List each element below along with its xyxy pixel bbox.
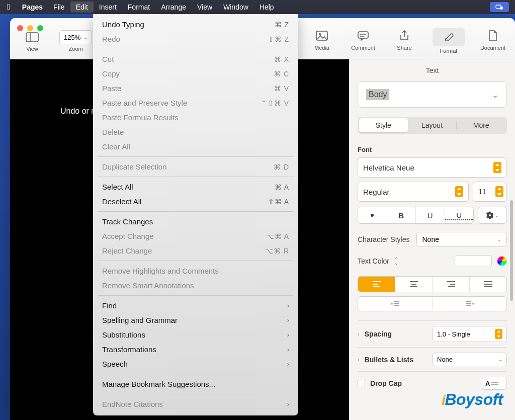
menu-select-all[interactable]: Select All⌘ A [93,180,298,194]
menu-spelling-grammar[interactable]: Spelling and Grammar› [93,313,298,327]
sidebar-icon [23,30,41,44]
menu-reject-change[interactable]: Reject Change⌥⌘ R [93,243,298,258]
stepper-icon [455,186,463,197]
align-left-button[interactable] [358,277,395,292]
svg-rect-24 [466,301,471,302]
app-name[interactable]: Pages [17,2,48,13]
chevron-right-icon: › [287,346,289,353]
svg-rect-12 [410,281,418,282]
menu-speech[interactable]: Speech› [93,357,298,371]
text-style-buttons: B U U [358,207,474,224]
drop-cap-checkbox[interactable] [358,380,365,387]
bullets-select[interactable]: None ⌄ [433,353,507,366]
toolbar-view-button[interactable]: View [19,30,45,52]
spacing-disclosure[interactable]: › Spacing 1.0 - Single [358,320,507,347]
menu-arrange[interactable]: Arrange [155,2,192,13]
paragraph-style-select[interactable]: Body ⌄ [358,81,507,108]
menu-edit[interactable]: Edit [70,2,94,13]
tab-more[interactable]: More [457,118,505,132]
bullets-label: Bullets & Lists [365,356,427,364]
menu-cut[interactable]: Cut⌘ X [93,52,298,66]
align-justify-button[interactable] [470,277,506,292]
menu-paste-preserve-style[interactable]: Paste and Preserve Style⌃⇧⌘ V [93,96,298,110]
align-right-button[interactable] [433,277,470,292]
stepper-icon [495,186,503,197]
character-styles-select[interactable]: None ⌄ [416,232,507,247]
menu-substitutions[interactable]: Substitutions› [93,327,298,342]
menu-copy[interactable]: Copy⌘ C [93,66,298,81]
menu-remove-smart-annotations[interactable]: Remove Smart Annotations [93,278,298,293]
window-close-button[interactable] [17,25,23,31]
toolbar-share-button[interactable]: Share [391,28,417,54]
menu-manage-bookmark-suggestions[interactable]: Manage Bookmark Suggestions... [93,377,298,391]
menu-remove-highlights[interactable]: Remove Highlights and Comments [93,264,298,278]
font-weight-value: Regular [363,188,390,196]
format-inspector: Text Body ⌄ Style Layout More Font Helve… [349,59,515,420]
svg-rect-17 [448,286,455,287]
menu-track-changes[interactable]: Track Changes [93,214,298,229]
updown-icon[interactable]: ⌃⌄ [394,258,398,265]
font-weight-select[interactable]: Regular [358,182,469,202]
menu-file[interactable]: File [48,2,70,13]
chevron-down-icon: ⌄ [495,213,499,218]
menu-transformations[interactable]: Transformations› [93,342,298,357]
menu-help[interactable]: Help [254,2,280,13]
chevron-right-icon: › [287,302,289,309]
underline-button[interactable]: U [416,207,445,223]
tab-style[interactable]: Style [359,118,408,132]
window-zoom-button[interactable] [37,25,43,31]
menu-window[interactable]: Window [218,2,254,13]
text-color-well[interactable] [455,255,492,267]
menu-find[interactable]: Find› [93,298,298,313]
color-wheel-button[interactable] [497,256,507,266]
toolbar-format-button[interactable]: Format [433,28,465,54]
toolbar-comment-label: Comment [351,45,375,51]
menu-redo[interactable]: Redo⇧⌘ Z [93,32,298,46]
menu-format[interactable]: Format [122,2,155,13]
svg-rect-20 [484,286,492,287]
outdent-button[interactable] [358,297,433,311]
toolbar-zoom[interactable]: 125%⌄ Zoom [59,30,92,52]
indent-button[interactable] [433,297,506,311]
apple-logo-icon[interactable]:  [7,3,10,12]
underline-dotted-button[interactable]: U [445,210,474,220]
font-family-select[interactable]: Helvetica Neue [358,157,507,178]
toolbar-comment-button[interactable]: Comment [350,28,376,54]
scrollbar[interactable] [510,200,513,301]
bold-button[interactable]: B [387,207,416,223]
zoom-value: 125% [64,34,80,41]
format-brush-icon [440,30,458,45]
bullets-disclosure[interactable]: › Bullets & Lists None ⌄ [358,347,507,371]
toolbar-media-button[interactable]: Media [309,28,335,54]
menu-view[interactable]: View [192,2,218,13]
spacing-select[interactable]: 1.0 - Single [433,326,507,342]
menu-insert[interactable]: Insert [94,2,122,13]
menu-clear-all[interactable]: Clear All [93,139,298,154]
menu-accept-change[interactable]: Accept Change⌥⌘ A [93,229,298,243]
control-center-icon[interactable] [490,2,509,12]
toolbar-document-button[interactable]: Document [480,28,506,54]
chevron-down-icon: ⌄ [497,237,501,242]
menu-paste[interactable]: Paste⌘ V [93,81,298,96]
menu-undo[interactable]: Undo Typing⌘ Z [93,17,298,32]
chevron-right-icon: › [358,331,360,337]
tab-layout[interactable]: Layout [408,118,457,132]
menu-endnote-citations[interactable]: EndNote Citations› [93,397,298,411]
chevron-right-icon: › [287,400,289,408]
inspector-tabs: Style Layout More [358,117,507,134]
text-alignment-group [358,276,507,292]
advanced-font-options-button[interactable]: ⌄ [478,207,507,224]
menu-duplicate-selection[interactable]: Duplicate Selection⌘ D [93,159,298,174]
window-minimize-button[interactable] [27,25,33,31]
bullets-value: None [437,356,453,363]
menu-paste-formula-results[interactable]: Paste Formula Results [93,110,298,125]
align-center-button[interactable] [395,277,433,292]
svg-rect-9 [373,281,381,282]
menu-delete[interactable]: Delete [93,125,298,139]
drop-cap-preview[interactable]: A [482,377,507,390]
font-size-stepper[interactable]: 11 [473,182,507,202]
stepper-icon [493,162,501,173]
svg-rect-21 [394,301,399,302]
text-color-swatch-button[interactable] [358,207,387,223]
menu-deselect-all[interactable]: Deselect All⇧⌘ A [93,194,298,209]
